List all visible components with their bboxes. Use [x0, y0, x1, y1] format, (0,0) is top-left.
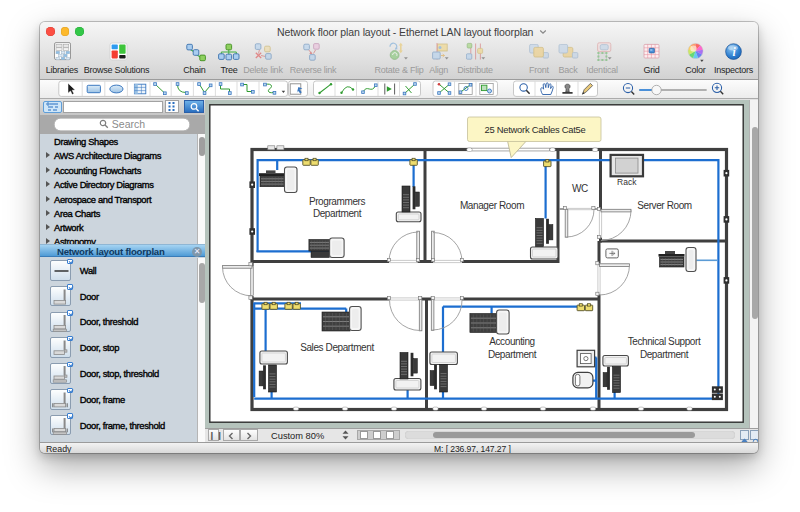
svg-text:Align: Align — [429, 65, 448, 75]
svg-text:Front: Front — [529, 65, 550, 75]
svg-text:Reverse link: Reverse link — [290, 65, 337, 75]
svg-text:Chain: Chain — [183, 65, 206, 75]
svg-text:Distribute: Distribute — [457, 65, 493, 75]
svg-text:Libraries: Libraries — [46, 65, 79, 75]
svg-text:Sales Department: Sales Department — [300, 342, 374, 353]
svg-text:Back: Back — [558, 65, 578, 75]
svg-text:Department: Department — [488, 349, 537, 360]
svg-text:25 Network Cables Cat5e: 25 Network Cables Cat5e — [484, 124, 585, 135]
svg-text:Department: Department — [313, 208, 362, 219]
svg-text:Grid: Grid — [643, 65, 659, 75]
svg-text:Rotate & Flip: Rotate & Flip — [375, 65, 424, 75]
svg-text:Browse Solutions: Browse Solutions — [84, 65, 150, 75]
svg-text:Accounting: Accounting — [489, 336, 534, 347]
svg-text:Identical: Identical — [586, 65, 618, 75]
svg-text:Inspectors: Inspectors — [714, 65, 754, 75]
svg-text:Technical Support: Technical Support — [628, 336, 701, 347]
svg-text:Tree: Tree — [220, 65, 237, 75]
svg-text:Department: Department — [640, 349, 689, 360]
svg-text:Color: Color — [685, 65, 706, 75]
svg-text:Server Room: Server Room — [637, 200, 692, 211]
svg-text:Rack: Rack — [617, 177, 637, 187]
svg-text:Delete link: Delete link — [243, 65, 283, 75]
svg-text:Programmers: Programmers — [309, 196, 366, 207]
svg-text:Manager Room: Manager Room — [460, 200, 524, 211]
svg-text:WC: WC — [572, 183, 588, 194]
